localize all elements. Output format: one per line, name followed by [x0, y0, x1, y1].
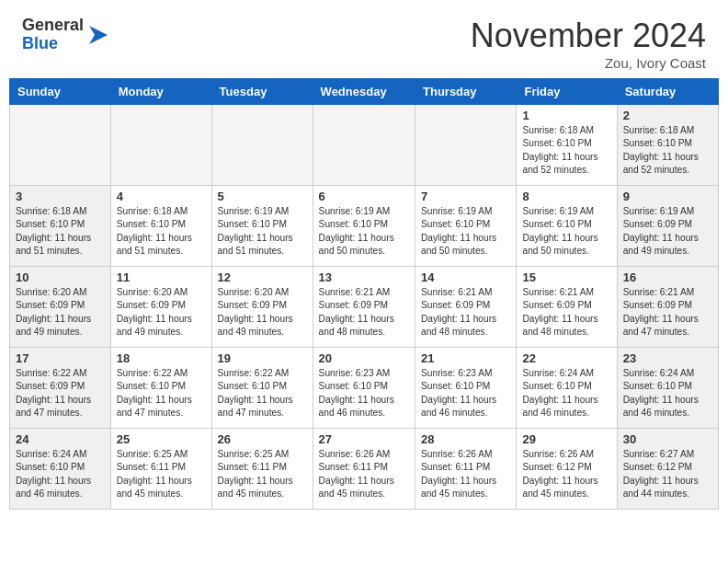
table-row: 8Sunrise: 6:19 AM Sunset: 6:10 PM Daylig…: [517, 186, 617, 267]
day-info: Sunrise: 6:22 AM Sunset: 6:10 PM Dayligh…: [117, 367, 206, 419]
day-number: 2: [623, 109, 712, 122]
day-info: Sunrise: 6:26 AM Sunset: 6:11 PM Dayligh…: [319, 448, 409, 500]
page-header: General Blue November 2024 Zou, Ivory Co…: [0, 0, 728, 78]
day-info: Sunrise: 6:18 AM Sunset: 6:10 PM Dayligh…: [16, 205, 105, 258]
table-row: 22Sunrise: 6:24 AM Sunset: 6:10 PM Dayli…: [517, 348, 617, 429]
table-row: 2Sunrise: 6:18 AM Sunset: 6:10 PM Daylig…: [617, 105, 718, 186]
location-subtitle: Zou, Ivory Coast: [471, 55, 706, 71]
calendar-week-row: 24Sunrise: 6:24 AM Sunset: 6:10 PM Dayli…: [10, 429, 719, 510]
day-number: 17: [16, 351, 105, 365]
col-tuesday: Tuesday: [211, 79, 313, 105]
day-number: 15: [522, 270, 610, 284]
table-row: 18Sunrise: 6:22 AM Sunset: 6:10 PM Dayli…: [110, 348, 211, 429]
table-row: 10Sunrise: 6:20 AM Sunset: 6:09 PM Dayli…: [10, 267, 111, 348]
calendar-header-row: Sunday Monday Tuesday Wednesday Thursday…: [10, 79, 719, 105]
calendar-week-row: 17Sunrise: 6:22 AM Sunset: 6:09 PM Dayli…: [10, 348, 719, 429]
table-row: 7Sunrise: 6:19 AM Sunset: 6:10 PM Daylig…: [415, 186, 517, 267]
day-info: Sunrise: 6:21 AM Sunset: 6:09 PM Dayligh…: [623, 286, 712, 339]
day-info: Sunrise: 6:25 AM Sunset: 6:11 PM Dayligh…: [117, 448, 206, 500]
day-info: Sunrise: 6:21 AM Sunset: 6:09 PM Dayligh…: [319, 286, 409, 339]
day-number: 24: [16, 432, 105, 446]
table-row: [415, 105, 517, 186]
day-number: 26: [218, 432, 307, 446]
logo-general: General: [22, 16, 84, 34]
day-info: Sunrise: 6:19 AM Sunset: 6:10 PM Dayligh…: [421, 205, 510, 258]
table-row: [313, 105, 415, 186]
day-info: Sunrise: 6:25 AM Sunset: 6:11 PM Dayligh…: [218, 448, 307, 500]
table-row: 4Sunrise: 6:18 AM Sunset: 6:10 PM Daylig…: [110, 186, 211, 267]
day-info: Sunrise: 6:24 AM Sunset: 6:10 PM Dayligh…: [623, 367, 712, 419]
day-number: 30: [623, 432, 712, 446]
calendar-wrap: Sunday Monday Tuesday Wednesday Thursday…: [0, 78, 728, 515]
day-number: 13: [319, 270, 409, 284]
day-info: Sunrise: 6:21 AM Sunset: 6:09 PM Dayligh…: [522, 286, 610, 339]
table-row: 23Sunrise: 6:24 AM Sunset: 6:10 PM Dayli…: [617, 348, 718, 429]
day-info: Sunrise: 6:19 AM Sunset: 6:10 PM Dayligh…: [319, 205, 409, 258]
day-number: 21: [421, 351, 510, 365]
day-info: Sunrise: 6:20 AM Sunset: 6:09 PM Dayligh…: [117, 286, 206, 339]
table-row: [110, 105, 211, 186]
day-info: Sunrise: 6:24 AM Sunset: 6:10 PM Dayligh…: [522, 367, 610, 419]
day-info: Sunrise: 6:23 AM Sunset: 6:10 PM Dayligh…: [421, 367, 510, 419]
table-row: 13Sunrise: 6:21 AM Sunset: 6:09 PM Dayli…: [313, 267, 415, 348]
table-row: 11Sunrise: 6:20 AM Sunset: 6:09 PM Dayli…: [110, 267, 211, 348]
day-info: Sunrise: 6:24 AM Sunset: 6:10 PM Dayligh…: [16, 448, 105, 500]
day-info: Sunrise: 6:18 AM Sunset: 6:10 PM Dayligh…: [623, 124, 712, 177]
day-number: 19: [218, 351, 307, 365]
day-info: Sunrise: 6:20 AM Sunset: 6:09 PM Dayligh…: [218, 286, 307, 339]
table-row: 5Sunrise: 6:19 AM Sunset: 6:10 PM Daylig…: [211, 186, 313, 267]
day-number: 8: [522, 190, 610, 203]
col-saturday: Saturday: [617, 79, 718, 105]
logo-icon: [85, 22, 111, 48]
day-number: 18: [117, 351, 206, 365]
col-monday: Monday: [110, 79, 211, 105]
calendar-week-row: 1Sunrise: 6:18 AM Sunset: 6:10 PM Daylig…: [10, 105, 719, 186]
day-info: Sunrise: 6:19 AM Sunset: 6:09 PM Dayligh…: [623, 205, 712, 258]
table-row: 26Sunrise: 6:25 AM Sunset: 6:11 PM Dayli…: [211, 429, 313, 510]
svg-marker-0: [89, 26, 108, 44]
day-info: Sunrise: 6:21 AM Sunset: 6:09 PM Dayligh…: [421, 286, 510, 339]
table-row: [211, 105, 313, 186]
logo-blue: Blue: [22, 34, 58, 52]
table-row: 29Sunrise: 6:26 AM Sunset: 6:12 PM Dayli…: [517, 429, 617, 510]
col-wednesday: Wednesday: [313, 79, 415, 105]
table-row: 30Sunrise: 6:27 AM Sunset: 6:12 PM Dayli…: [617, 429, 718, 510]
day-number: 1: [522, 109, 610, 122]
table-row: 6Sunrise: 6:19 AM Sunset: 6:10 PM Daylig…: [313, 186, 415, 267]
day-number: 22: [522, 351, 610, 365]
day-number: 4: [117, 190, 206, 203]
table-row: 12Sunrise: 6:20 AM Sunset: 6:09 PM Dayli…: [211, 267, 313, 348]
day-number: 5: [218, 190, 307, 203]
day-info: Sunrise: 6:26 AM Sunset: 6:11 PM Dayligh…: [421, 448, 510, 500]
col-sunday: Sunday: [10, 79, 111, 105]
day-info: Sunrise: 6:19 AM Sunset: 6:10 PM Dayligh…: [522, 205, 610, 258]
col-friday: Friday: [517, 79, 617, 105]
table-row: 14Sunrise: 6:21 AM Sunset: 6:09 PM Dayli…: [415, 267, 517, 348]
day-number: 16: [623, 270, 712, 284]
day-info: Sunrise: 6:27 AM Sunset: 6:12 PM Dayligh…: [623, 448, 712, 500]
title-area: November 2024 Zou, Ivory Coast: [471, 17, 706, 71]
day-number: 23: [623, 351, 712, 365]
calendar-table: Sunday Monday Tuesday Wednesday Thursday…: [9, 78, 719, 510]
table-row: 9Sunrise: 6:19 AM Sunset: 6:09 PM Daylig…: [617, 186, 718, 267]
day-number: 25: [117, 432, 206, 446]
table-row: 16Sunrise: 6:21 AM Sunset: 6:09 PM Dayli…: [617, 267, 718, 348]
day-number: 7: [421, 190, 510, 203]
day-info: Sunrise: 6:18 AM Sunset: 6:10 PM Dayligh…: [522, 124, 610, 177]
day-number: 27: [319, 432, 409, 446]
col-thursday: Thursday: [415, 79, 517, 105]
table-row: 15Sunrise: 6:21 AM Sunset: 6:09 PM Dayli…: [517, 267, 617, 348]
logo: General Blue: [22, 17, 111, 53]
day-number: 9: [623, 190, 712, 203]
day-number: 29: [522, 432, 610, 446]
table-row: 1Sunrise: 6:18 AM Sunset: 6:10 PM Daylig…: [517, 105, 617, 186]
day-info: Sunrise: 6:23 AM Sunset: 6:10 PM Dayligh…: [319, 367, 409, 419]
month-title: November 2024: [471, 17, 706, 55]
table-row: [10, 105, 111, 186]
day-info: Sunrise: 6:18 AM Sunset: 6:10 PM Dayligh…: [117, 205, 206, 258]
table-row: 3Sunrise: 6:18 AM Sunset: 6:10 PM Daylig…: [10, 186, 111, 267]
table-row: 20Sunrise: 6:23 AM Sunset: 6:10 PM Dayli…: [313, 348, 415, 429]
day-info: Sunrise: 6:19 AM Sunset: 6:10 PM Dayligh…: [218, 205, 307, 258]
day-number: 20: [319, 351, 409, 365]
day-info: Sunrise: 6:26 AM Sunset: 6:12 PM Dayligh…: [522, 448, 610, 500]
